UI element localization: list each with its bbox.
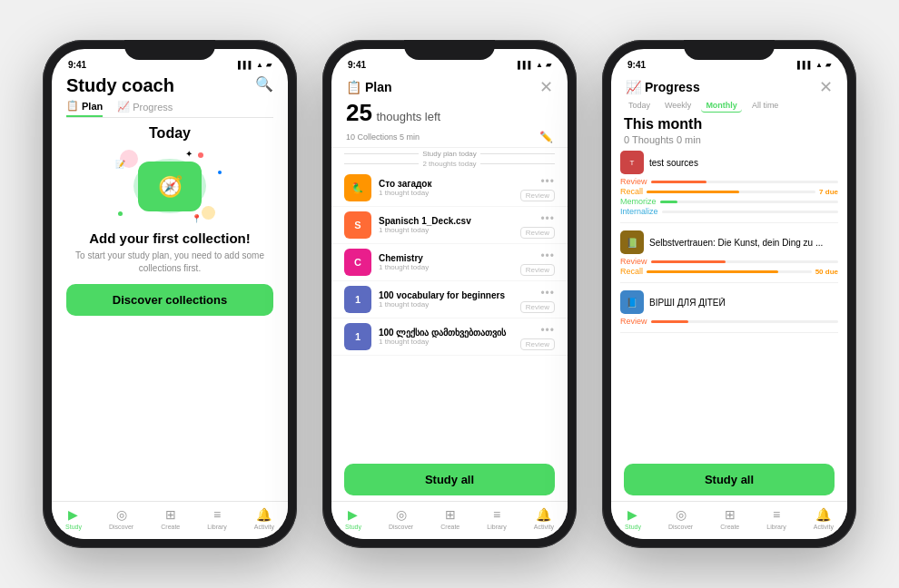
page-title-1: Study coach [66, 75, 174, 96]
plan-item-info: 100 vocabulary for beginners 1 thought t… [379, 290, 513, 309]
plan-item-name: 100 vocabulary for beginners [379, 290, 513, 300]
plan-item-name: Сто загадок [379, 179, 513, 189]
recall-label: Recall [620, 267, 643, 276]
review-button[interactable]: Review [520, 264, 555, 276]
nav-activity-3[interactable]: 🔔 Activity [814, 507, 834, 530]
nav-study-2[interactable]: ▶ Study [345, 507, 361, 530]
plan-item: 1 100 vocabulary for beginners 1 thought… [331, 281, 568, 318]
activity-nav-icon-3: 🔔 [815, 507, 831, 522]
battery-icon: ▰ [266, 61, 272, 69]
wifi-icon-2: ▲ [536, 61, 543, 69]
library-nav-icon: ≡ [213, 507, 221, 522]
status-icons-2: ▌▌▌ ▲ ▰ [518, 61, 551, 69]
notch-2 [404, 40, 495, 60]
internalize-label: Internalize [620, 207, 658, 216]
tabs-1: 📋 Plan 📈 Progress [66, 100, 273, 118]
nav-study-3[interactable]: ▶ Study [625, 507, 641, 530]
nav-activity-2[interactable]: 🔔 Activity [534, 507, 554, 530]
progress-item-name: test sources [649, 158, 838, 168]
review-bar-row: Review [620, 257, 838, 266]
tab-progress[interactable]: 📈 Progress [117, 100, 173, 117]
tab-alltime[interactable]: All time [747, 99, 784, 113]
discover-nav-icon-2: ◎ [396, 507, 407, 522]
nav-create-1[interactable]: ⊞ Create [161, 507, 180, 530]
status-icons-1: ▌▌▌ ▲ ▰ [238, 61, 272, 69]
discover-collections-button[interactable]: Discover collections [66, 284, 273, 316]
tab-plan[interactable]: 📋 Plan [66, 100, 103, 117]
progress-chart-icon: 📈 [626, 80, 641, 94]
study-all-button-3[interactable]: Study all [624, 464, 835, 495]
create-nav-icon-2: ⊞ [445, 507, 456, 522]
plan-item-actions: ••• Review [520, 250, 555, 276]
plan-item-avatar: 🦜 [344, 174, 371, 201]
nav-discover-2[interactable]: ◎ Discover [389, 507, 413, 530]
hero-illustration: 🧭 ✦ 📍 📝 [111, 145, 229, 227]
hero-add-title: Add your first collection! [89, 230, 251, 246]
more-icon[interactable]: ••• [540, 250, 555, 262]
zero-thoughts: 0 Thoughts 0 min [611, 132, 847, 151]
more-icon[interactable]: ••• [540, 287, 555, 299]
review-button[interactable]: Review [520, 338, 555, 350]
review-bar-track [651, 320, 838, 323]
edit-icon[interactable]: ✏️ [539, 131, 553, 143]
activity-nav-icon: 🔔 [256, 507, 272, 522]
blob-yellow [202, 206, 215, 220]
plan-item-avatar: S [344, 211, 371, 239]
plan-item-name: Chemistry [379, 253, 513, 263]
tab-weekly[interactable]: Weekly [660, 99, 696, 113]
bottom-nav-2: ▶ Study ◎ Discover ⊞ Create ≡ Library 🔔 [331, 501, 568, 539]
study-all-button[interactable]: Study all [344, 464, 555, 495]
note-icon: 📝 [115, 160, 125, 169]
progress-item-name: Selbstvertrauen: Die Kunst, dein Ding zu… [649, 238, 838, 248]
plan-item-info: Spanisch 1_Deck.csv 1 thought today [379, 216, 513, 234]
activity-nav-icon-2: 🔔 [536, 507, 551, 522]
nav-create-2[interactable]: ⊞ Create [440, 507, 459, 530]
search-icon[interactable]: 🔍 [255, 75, 273, 93]
battery-icon-2: ▰ [546, 61, 551, 69]
review-button[interactable]: Review [520, 227, 555, 239]
plan-close-button[interactable]: ✕ [539, 79, 553, 95]
plan-book-icon: 📋 [346, 80, 361, 94]
nav-create-3[interactable]: ⊞ Create [720, 507, 739, 530]
review-button[interactable]: Review [520, 190, 555, 201]
plan-title: 📋 Plan [346, 80, 392, 94]
create-nav-icon: ⊞ [165, 507, 176, 522]
plan-item-avatar: C [344, 249, 371, 276]
bottom-nav-1: ▶ Study ◎ Discover ⊞ Create ≡ Library 🔔 [52, 501, 288, 539]
phone-2: 9:41 ▌▌▌ ▲ ▰ 📋 Plan ✕ 25 thoughts left [322, 40, 577, 548]
recall-bar-track [647, 191, 815, 193]
nav-study-1[interactable]: ▶ Study [65, 507, 82, 530]
progress-list: T test sources Review Recall [611, 151, 847, 458]
plan-item-actions: ••• Review [520, 212, 555, 239]
nav-activity-1[interactable]: 🔔 Activity [254, 507, 274, 530]
nav-library-3[interactable]: ≡ Library [766, 507, 785, 530]
plan-item: S Spanisch 1_Deck.csv 1 thought today ••… [331, 207, 568, 244]
review-button[interactable]: Review [520, 301, 555, 313]
recall-bar-fill [647, 270, 778, 273]
nav-discover-3[interactable]: ◎ Discover [668, 507, 693, 530]
nav-discover-1[interactable]: ◎ Discover [109, 507, 133, 530]
memorize-label: Memorize [620, 197, 657, 206]
nav-library-2[interactable]: ≡ Library [487, 507, 506, 530]
tab-today[interactable]: Today [624, 99, 655, 113]
plan-item-count: 1 thought today [379, 300, 513, 309]
more-icon[interactable]: ••• [540, 175, 555, 188]
notch-3 [684, 40, 775, 60]
plan-item-count: 1 thought today [379, 226, 513, 234]
review-bar-fill [651, 181, 707, 183]
plan-item: 🦜 Сто загадок 1 thought today ••• Review [331, 170, 568, 207]
more-icon[interactable]: ••• [540, 324, 555, 337]
more-icon[interactable]: ••• [540, 212, 555, 225]
collections-info: 10 Collections 5 min [346, 132, 420, 142]
nav-library-1[interactable]: ≡ Library [207, 507, 226, 530]
tab-monthly[interactable]: Monthly [701, 99, 742, 113]
screen-1: 9:41 ▌▌▌ ▲ ▰ Study coach 🔍 📋 Plan [52, 49, 288, 539]
location-icon: 📍 [192, 214, 202, 223]
progress-close-button[interactable]: ✕ [819, 79, 833, 95]
plan-item-avatar: 1 [344, 286, 371, 313]
review-bar-row: Review [620, 317, 838, 326]
plan-icon: 📋 [66, 100, 79, 112]
progress-icon: 📈 [117, 101, 130, 113]
header-1: Study coach 🔍 📋 Plan 📈 Progress [52, 72, 288, 118]
progress-header: 📈 Progress ✕ [611, 72, 847, 95]
